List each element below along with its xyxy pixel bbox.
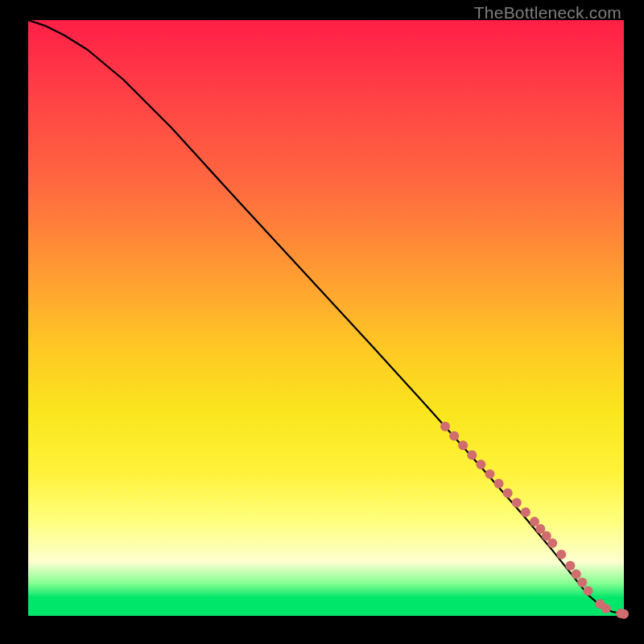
highlight-dot xyxy=(601,604,611,613)
highlight-dot xyxy=(458,440,468,450)
highlight-dots xyxy=(440,422,629,619)
highlight-dot xyxy=(577,578,587,588)
chart-stage: TheBottleneck.com xyxy=(0,0,644,644)
highlight-dot xyxy=(619,609,629,619)
highlight-dot xyxy=(521,507,530,517)
highlight-dot xyxy=(494,479,504,489)
highlight-dot xyxy=(485,469,495,479)
plot-area xyxy=(28,20,624,616)
highlight-dot xyxy=(503,489,513,498)
highlight-dot xyxy=(476,460,485,469)
highlight-dot xyxy=(572,569,581,579)
highlight-dot xyxy=(565,561,575,571)
highlight-dot xyxy=(547,539,557,548)
highlight-dot xyxy=(512,497,522,507)
highlight-dot xyxy=(584,586,593,596)
highlight-dot xyxy=(449,431,459,441)
highlight-dot xyxy=(440,422,450,431)
highlight-dot xyxy=(467,450,477,460)
highlight-dot xyxy=(556,550,566,559)
curve-layer xyxy=(28,20,624,616)
